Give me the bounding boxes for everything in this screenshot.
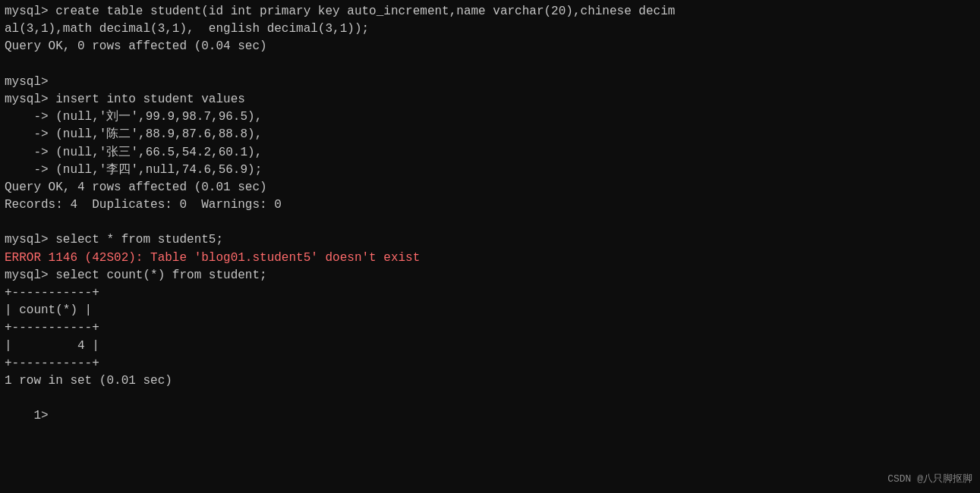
line-3: Query OK, 0 rows affected (0.04 sec) <box>5 38 975 55</box>
line-24-partial: 1> <box>5 407 975 425</box>
line-7: -> (null,'刘一',99.9,98.7,96.5), <box>5 108 975 126</box>
line-9: -> (null,'张三',66.5,54.2,60.1), <box>5 144 975 162</box>
line-15-error: ERROR 1146 (42S02): Table 'blog01.studen… <box>5 250 975 267</box>
line-17-border: +-----------+ <box>5 284 975 302</box>
line-20-data: | 4 | <box>5 338 975 355</box>
line-13 <box>5 214 975 231</box>
line-23-blank <box>5 390 975 407</box>
line-10: -> (null,'李四',null,74.6,56.9); <box>5 162 975 179</box>
line-21-border: +-----------+ <box>5 355 975 372</box>
line-12: Records: 4 Duplicates: 0 Warnings: 0 <box>5 196 975 214</box>
terminal-window: mysql> create table student(id int prima… <box>0 0 980 493</box>
line-22-result: 1 row in set (0.01 sec) <box>5 372 975 390</box>
line-4 <box>5 56 975 74</box>
line-18-header: | count(*) | <box>5 302 975 319</box>
line-11: Query OK, 4 rows affected (0.01 sec) <box>5 179 975 196</box>
line-6: mysql> insert into student values <box>5 91 975 108</box>
line-2: al(3,1),math decimal(3,1), english decim… <box>5 20 975 38</box>
line-1: mysql> create table student(id int prima… <box>5 3 975 20</box>
watermark: CSDN @八只脚抠脚 <box>887 472 972 485</box>
line-16: mysql> select count(*) from student; <box>5 267 975 284</box>
line-19-border: +-----------+ <box>5 319 975 337</box>
line-8: -> (null,'陈二',88.9,87.6,88.8), <box>5 126 975 143</box>
line-14: mysql> select * from student5; <box>5 231 975 249</box>
line-5: mysql> <box>5 74 975 91</box>
